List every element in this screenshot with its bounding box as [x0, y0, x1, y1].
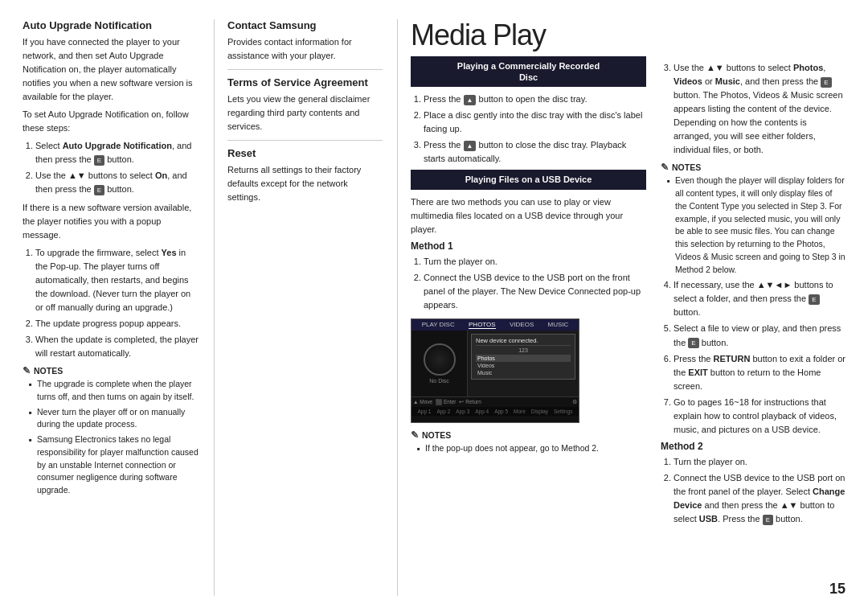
usb-header-text: Playing Files on a USB Device — [417, 174, 640, 185]
col4-step-7: Go to pages 16~18 for instructions that … — [674, 396, 845, 437]
popup-number: 123 — [476, 347, 571, 353]
method2-step-2: Connect the USB device to the USB port o… — [674, 471, 845, 526]
col4-notes-label: ✎ NOTES — [661, 162, 845, 173]
page-title: Media Play — [411, 19, 646, 51]
device-top-bar: PLAY DISC PHOTOS VIDEOS MUSIC — [411, 319, 579, 331]
column-3: Media Play Playing a Commercially Record… — [397, 19, 646, 596]
btn-icon-col4-5: E — [688, 338, 698, 348]
col4-step-5: Select a file to view or play, and then … — [674, 322, 845, 349]
column-4: Use the ▲▼ buttons to select Photos, Vid… — [661, 19, 845, 596]
disc-btn-close: ▲ — [464, 141, 477, 151]
col4-step-4: If necessary, use the ▲▼◄► buttons to se… — [674, 278, 845, 319]
device-left-panel: No Disc — [411, 331, 468, 396]
method1-notes-list: If the pop-up does not appear, go to Met… — [411, 442, 646, 455]
notes-icon-1: ✎ — [23, 365, 31, 376]
col4-notes-list: Even though the player will display fold… — [661, 175, 845, 276]
tab-play-disc: PLAY DISC — [422, 321, 455, 329]
col4-step-6: Press the RETURN button to exit a folder… — [674, 352, 845, 393]
col1-notes-label: ✎ NOTES — [23, 365, 199, 376]
method1-title: Method 1 — [411, 240, 646, 252]
col1-step2-3: When the update is completed, the player… — [35, 333, 199, 360]
tab-videos: VIDEOS — [510, 321, 534, 329]
page-title-area: Media Play — [411, 19, 646, 51]
method1-note-1: If the pop-up does not appear, go to Met… — [417, 442, 646, 455]
col2-reset-title: Reset — [227, 147, 383, 159]
col1-step2-1: To upgrade the firmware, select Yes in t… — [35, 246, 199, 314]
popup-title: New device connected. — [476, 337, 571, 346]
col1-step2-bold: On — [155, 170, 167, 180]
col4-step-3: Use the ▲▼ buttons to select Photos, Vid… — [674, 61, 845, 157]
method1-notes-label: ✎ NOTES — [411, 429, 646, 441]
btn-icon-col4-4: E — [809, 294, 819, 305]
device-settings-icon: ⚙ — [572, 399, 577, 405]
disc-step-3: Press the ▲ button to close the disc tra… — [424, 138, 646, 166]
col4-steps-4-7: If necessary, use the ▲▼◄► buttons to se… — [661, 278, 845, 437]
button-icon-2: E — [94, 185, 104, 195]
col4-steps: Use the ▲▼ buttons to select Photos, Vid… — [661, 61, 845, 157]
disc-section-header: Playing a Commercially Recorded Disc — [411, 56, 646, 88]
method2-steps: Turn the player on. Connect the USB devi… — [661, 455, 845, 526]
device-disc-label: No Disc — [429, 378, 449, 384]
device-app-bar: App 1 App 2 App 3 App 4 App 5 More Displ… — [411, 407, 579, 416]
col1-intro: If you have connected the player to your… — [23, 35, 199, 104]
method1-step-2: Connect the USB device to the USB port o… — [424, 271, 646, 312]
usb-intro: There are two methods you can use to pla… — [411, 195, 646, 236]
button-icon-1: E — [94, 155, 104, 166]
btn-icon-col4-3: E — [821, 77, 831, 88]
col4-note-1: Even though the player will display fold… — [667, 175, 845, 276]
device-screenshot: PLAY DISC PHOTOS VIDEOS MUSIC No Disc Ne… — [411, 318, 579, 423]
col2-terms-text: Lets you view the general disclaimer reg… — [227, 92, 383, 133]
col1-note-2: Never turn the player off or on manually… — [29, 406, 199, 432]
tab-music: MUSIC — [548, 321, 569, 329]
column-1: Auto Upgrade Notification If you have co… — [23, 19, 199, 596]
col1-step-2: Use the ▲▼ buttons to select On, and the… — [35, 169, 199, 196]
col1-note-1: The upgrade is complete when the player … — [29, 378, 199, 404]
col1-note-intro: If there is a new software version avail… — [23, 201, 199, 242]
method2-step-1: Turn the player on. — [674, 455, 845, 469]
col1-setup-intro: To set Auto Upgrade Notification on, fol… — [23, 108, 199, 135]
col1-notes-list: The upgrade is complete when the player … — [23, 378, 199, 497]
menu-item-videos: Videos — [476, 362, 571, 369]
notes-icon-3: ✎ — [661, 162, 669, 173]
col2-contact-text: Provides contact information for assista… — [227, 35, 383, 63]
menu-item-music: Music — [476, 369, 571, 376]
method1-steps: Turn the player on. Connect the USB devi… — [411, 255, 646, 312]
device-disc-icon — [424, 343, 456, 376]
col1-title: Auto Upgrade Notification — [23, 19, 199, 31]
device-right-panel: New device connected. 123 Photos Videos … — [468, 331, 579, 396]
col1-note-3: Samsung Electronics takes no legal respo… — [29, 433, 199, 497]
column-2: Contact Samsung Provides contact informa… — [214, 19, 383, 596]
usb-section-header: Playing Files on a USB Device — [411, 170, 646, 189]
col2-contact-title: Contact Samsung — [227, 19, 383, 31]
disc-btn-open: ▲ — [464, 95, 477, 105]
disc-step-2: Place a disc gently into the disc tray w… — [424, 109, 646, 136]
disc-header-line1: Playing a Commercially Recorded — [417, 60, 640, 72]
disc-header-line2: Disc — [417, 72, 640, 83]
notes-icon-2: ✎ — [411, 429, 419, 441]
tab-photos: PHOTOS — [469, 321, 496, 329]
col1-step1-bold: Auto Upgrade Notification — [63, 141, 172, 150]
disc-step-1: Press the ▲ button to open the disc tray… — [424, 92, 646, 106]
col1-step-1: Select Auto Upgrade Notification, and th… — [35, 139, 199, 166]
method2-title: Method 2 — [661, 441, 845, 452]
col4-spacer — [661, 19, 845, 61]
device-content: No Disc New device connected. 123 Photos… — [411, 331, 579, 396]
btn-icon-method2: E — [763, 515, 773, 525]
col2-reset-text: Returns all settings to their factory de… — [227, 163, 383, 204]
device-nav-bar: ▲ Move ⬛ Enter ↩ Return ⚙ — [411, 396, 579, 407]
page-number: 15 — [829, 581, 845, 598]
menu-item-photos: Photos — [476, 355, 571, 362]
col2-terms-title: Terms of Service Agreement — [227, 76, 383, 88]
col1-step2-2: The update progress popup appears. — [35, 317, 199, 331]
disc-steps: Press the ▲ button to open the disc tray… — [411, 92, 646, 166]
method1-step-1: Turn the player on. — [424, 255, 646, 269]
device-popup: New device connected. 123 Photos Videos … — [471, 334, 575, 380]
